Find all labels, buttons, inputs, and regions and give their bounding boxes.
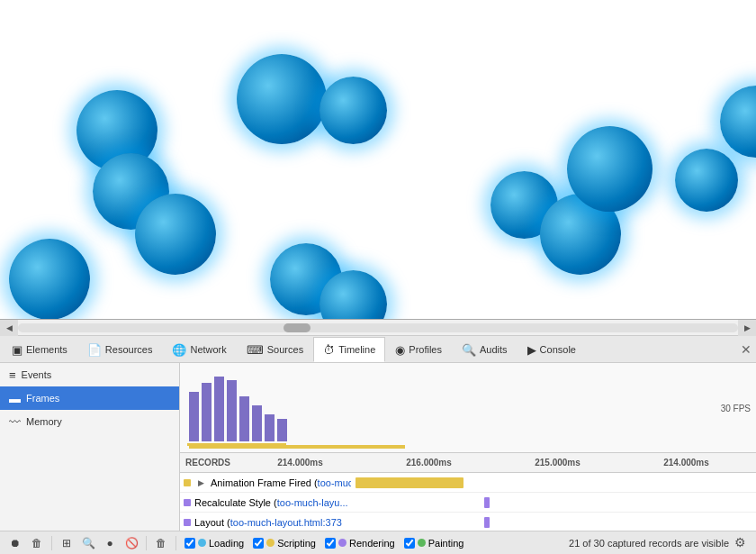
- tab-elements[interactable]: ▣Elements: [2, 337, 77, 362]
- tab-timeline[interactable]: ⏱Timeline: [313, 337, 385, 362]
- record-label: Layout (too-much-layout.html:373: [194, 517, 342, 528]
- bubble: [135, 194, 216, 275]
- profiles-tab-icon: ◉: [395, 343, 405, 357]
- audits-tab-label: Audits: [480, 344, 508, 355]
- tab-network[interactable]: 🌐Network: [162, 337, 236, 362]
- tab-profiles[interactable]: ◉Profiles: [385, 337, 452, 362]
- status-text: 21 of 30 captured records are visible: [569, 538, 729, 549]
- filter-rendering-checkbox[interactable]: [325, 538, 336, 549]
- record-row[interactable]: ▶Animation Frame Fired (too-much-...: [180, 473, 756, 493]
- record-start-button[interactable]: ●: [100, 533, 120, 553]
- record-bar-area: [351, 513, 756, 531]
- toolbar-separator-2: [146, 536, 147, 550]
- record-color-indicator: [184, 499, 191, 506]
- bubble: [675, 149, 738, 212]
- filter-scripting[interactable]: Scripting: [253, 538, 316, 549]
- record-row[interactable]: Recalculate Style (too-much-layu...: [180, 493, 756, 513]
- frames-icon: ▬: [9, 392, 21, 405]
- filter-painting-label: Painting: [428, 538, 464, 549]
- records-list: ▶Animation Frame Fired (too-much-...Reca…: [180, 473, 756, 531]
- record-bar: [484, 517, 490, 528]
- sources-tab-label: Sources: [267, 344, 303, 355]
- tab-resources[interactable]: 📄Resources: [77, 337, 163, 362]
- sidebar-item-memory-label: Memory: [26, 416, 62, 427]
- record-row[interactable]: Layout (too-much-layout.html:373: [180, 513, 756, 531]
- memory-icon: 〰: [9, 415, 21, 429]
- scrollbar-track[interactable]: [18, 323, 738, 332]
- filter-rendering-color: [338, 539, 346, 547]
- filter-loading-checkbox[interactable]: [184, 538, 195, 549]
- record-link[interactable]: too-much-layout.html:373: [230, 517, 342, 528]
- records-header: RECORDS 214.000ms216.000ms215.000ms214.0…: [180, 453, 756, 473]
- scroll-right-arrow[interactable]: ▶: [738, 320, 756, 336]
- frames-canvas: [180, 363, 756, 452]
- filter-button[interactable]: ⊞: [57, 533, 76, 553]
- filter-loading-color: [198, 539, 206, 547]
- record-label: Recalculate Style (too-much-layu...: [194, 497, 348, 508]
- bubble: [9, 239, 90, 320]
- record-bar: [484, 497, 490, 508]
- bubble: [567, 126, 652, 212]
- sidebar-item-events[interactable]: ≡Events: [0, 363, 179, 386]
- time-mark: 215.000ms: [493, 458, 622, 468]
- bubble: [720, 86, 756, 158]
- record-button[interactable]: ⏺: [5, 533, 25, 553]
- time-mark: 216.000ms: [364, 458, 493, 468]
- stop-button[interactable]: 🚫: [122, 533, 141, 553]
- search-button[interactable]: 🔍: [78, 533, 98, 553]
- devtools-body: ≡Events▬Frames〰Memory 30 FPS RECORDS 214…: [0, 363, 756, 531]
- filter-rendering-label: Rendering: [349, 538, 395, 549]
- record-bar-area: [351, 493, 756, 512]
- record-color-indicator: [184, 519, 191, 526]
- resources-tab-icon: 📄: [87, 343, 102, 357]
- scroll-left-arrow[interactable]: ◀: [0, 320, 18, 336]
- devtools-tab-bar: ▣Elements📄Resources🌐Network⌨Sources⏱Time…: [0, 336, 756, 363]
- scrollbar-thumb[interactable]: [284, 323, 310, 332]
- trash-button[interactable]: 🗑: [151, 533, 171, 553]
- bubble: [320, 77, 387, 144]
- filter-painting[interactable]: Painting: [404, 538, 464, 549]
- close-devtools-button[interactable]: ✕: [738, 341, 754, 358]
- left-sidebar: ≡Events▬Frames〰Memory: [0, 363, 180, 531]
- filter-scripting-label: Scripting: [277, 538, 316, 549]
- time-mark: 214.000ms: [622, 458, 751, 468]
- profiles-tab-label: Profiles: [409, 344, 442, 355]
- console-tab-icon: ▶: [527, 343, 536, 357]
- settings-button[interactable]: ⚙: [734, 535, 751, 551]
- filter-scripting-checkbox[interactable]: [253, 538, 264, 549]
- filter-painting-checkbox[interactable]: [404, 538, 415, 549]
- sidebar-item-events-label: Events: [22, 369, 52, 380]
- elements-tab-label: Elements: [26, 344, 68, 355]
- clear-button[interactable]: 🗑: [27, 533, 47, 553]
- horizontal-scrollbar[interactable]: ◀ ▶: [0, 320, 756, 336]
- timeline-tab-label: Timeline: [338, 344, 375, 355]
- timeline-panel: 30 FPS RECORDS 214.000ms216.000ms215.000…: [180, 363, 756, 531]
- expand-button[interactable]: ▶: [194, 477, 207, 489]
- record-color-indicator: [184, 479, 191, 486]
- events-icon: ≡: [9, 368, 16, 382]
- devtools-panel: ▣Elements📄Resources🌐Network⌨Sources⏱Time…: [0, 336, 756, 554]
- timeline-tab-icon: ⏱: [323, 343, 335, 357]
- audits-tab-icon: 🔍: [462, 343, 476, 357]
- tab-audits[interactable]: 🔍Audits: [452, 337, 518, 362]
- elements-tab-icon: ▣: [12, 343, 22, 357]
- filter-loading-label: Loading: [209, 538, 244, 549]
- record-link[interactable]: too-much-...: [318, 477, 351, 488]
- tab-console[interactable]: ▶Console: [518, 337, 586, 362]
- sidebar-item-memory[interactable]: 〰Memory: [0, 410, 179, 433]
- records-area[interactable]: RECORDS 214.000ms216.000ms215.000ms214.0…: [180, 453, 756, 531]
- network-tab-label: Network: [190, 344, 226, 355]
- console-tab-label: Console: [540, 344, 576, 355]
- toolbar-separator-1: [51, 536, 52, 550]
- resources-tab-label: Resources: [105, 344, 153, 355]
- tab-sources[interactable]: ⌨Sources: [237, 337, 313, 362]
- record-name-recalculate-style: Recalculate Style (too-much-layu...: [180, 497, 351, 508]
- network-tab-icon: 🌐: [172, 343, 186, 357]
- filter-rendering[interactable]: Rendering: [325, 538, 395, 549]
- filter-loading[interactable]: Loading: [184, 538, 244, 549]
- record-name-layout: Layout (too-much-layout.html:373: [180, 517, 351, 528]
- sidebar-item-frames[interactable]: ▬Frames: [0, 386, 179, 410]
- record-bar-area: [351, 473, 756, 492]
- records-label: RECORDS: [185, 458, 230, 468]
- record-link[interactable]: too-much-layu...: [277, 497, 348, 508]
